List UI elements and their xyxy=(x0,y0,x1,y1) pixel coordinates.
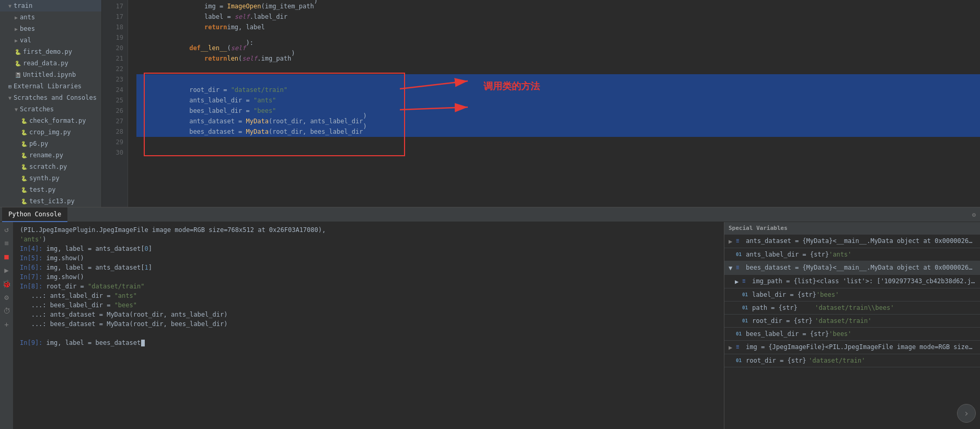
sidebar-item-val[interactable]: ▶ val xyxy=(0,34,101,46)
console-line: (PIL.JpegImagePlugin.JpegImageFile image… xyxy=(20,225,718,235)
sidebar-item-train[interactable]: ▼ train xyxy=(0,0,101,11)
console-settings-button[interactable]: ⚙ xyxy=(970,209,978,221)
file-icon: 🐍 xyxy=(21,187,27,193)
code-line xyxy=(136,137,980,147)
sidebar-item-untitled-ipynb[interactable]: 📓 Untitled.ipynb xyxy=(0,69,101,80)
var-row-bees-label-dir[interactable]: 01 bees_label_dir = {str} 'bees' xyxy=(724,328,980,341)
chevron-right-icon: ▶ xyxy=(15,26,18,32)
sidebar-item-label: synth.py xyxy=(29,175,60,182)
var-type-icon: ≡ xyxy=(736,262,744,273)
file-icon: 🐍 xyxy=(21,118,27,124)
console-line: ...: bees_label_dir = "bees" xyxy=(20,300,718,310)
sidebar-item-synth[interactable]: 🐍 synth.py xyxy=(0,172,101,184)
sidebar-item-label: read_data.py xyxy=(23,60,68,67)
console-toolbar: ↺ ≡ ■ ▶ 🐞 ⚙ ⏱ + xyxy=(0,222,14,429)
chevron-down-icon: ▼ xyxy=(8,95,11,101)
sidebar-item-label: rename.py xyxy=(29,152,63,159)
sidebar-item-first-demo[interactable]: 🐍 first_demo.py xyxy=(0,46,101,57)
list-button[interactable]: ≡ xyxy=(2,238,12,248)
var-row-label-dir[interactable]: 01 label_dir = {str} 'bees' xyxy=(724,288,980,302)
chevron-right-icon: ▶ xyxy=(15,38,18,43)
file-icon: 🐍 xyxy=(21,141,27,147)
rerun-button[interactable]: ↺ xyxy=(2,224,12,235)
file-icon: 🐍 xyxy=(21,153,27,158)
var-row-img-path[interactable]: ▶ ≡ img_path = {list} <class 'list'>: ['… xyxy=(724,275,980,288)
var-row-root-dir[interactable]: 01 root_dir = {str} 'dataset/train' xyxy=(724,354,980,367)
console-line: 'ants') xyxy=(20,235,718,244)
code-line: ants_dataset = MyData(root_dir, ants_lab… xyxy=(136,116,980,126)
sidebar-item-label: check_format.py xyxy=(29,117,86,124)
file-icon: 🐍 xyxy=(21,164,27,170)
variables-section-header: Special Variables xyxy=(724,222,980,235)
console-line: In[4]: img, label = ants_dataset[0] xyxy=(20,244,718,253)
sidebar-item-label: p6.py xyxy=(29,140,48,147)
add-button[interactable]: + xyxy=(2,319,12,330)
var-type-icon: 01 xyxy=(736,329,744,339)
var-type-icon: ≡ xyxy=(736,342,744,352)
console-output[interactable]: (PIL.JpegImagePlugin.JpegImageFile image… xyxy=(14,222,724,429)
sidebar-item-crop-img[interactable]: 🐍 crop_img.py xyxy=(0,126,101,138)
console-line xyxy=(20,329,718,338)
sidebar-item-bees[interactable]: ▶ bees xyxy=(0,23,101,34)
sidebar-item-read-data[interactable]: 🐍 read_data.py xyxy=(0,57,101,69)
debug-button[interactable]: 🐞 xyxy=(2,279,12,289)
sidebar-item-external-libs[interactable]: ⊞ External Libraries xyxy=(0,80,101,92)
console-cursor xyxy=(141,340,145,346)
editor-area: 17 17 18 19 20 21 22 23 24 25 26 27 28 2… xyxy=(102,0,980,207)
console-main: ↺ ≡ ■ ▶ 🐞 ⚙ ⏱ + (PIL.JpegImagePlugin.Jpe… xyxy=(0,222,980,429)
file-icon: 🐍 xyxy=(21,176,27,181)
code-line: return img, label xyxy=(136,22,980,32)
sidebar-item-label: train xyxy=(14,2,32,9)
var-type-icon: 01 xyxy=(736,249,744,260)
var-type-icon: ≡ xyxy=(736,236,744,246)
console-line: In[8]: root_dir = "dataset/train" xyxy=(20,282,718,291)
sidebar-item-test[interactable]: 🐍 test.py xyxy=(0,184,101,195)
expand-icon: ▶ xyxy=(735,276,742,287)
sidebar-item-label: val xyxy=(20,37,31,44)
var-row-img[interactable]: ▶ ≡ img = {JpegImageFile} <PIL.JpegImage… xyxy=(724,341,980,354)
var-row-ants-label-dir[interactable]: 01 ants_label_dir = {str} 'ants' xyxy=(724,248,980,261)
console-line: In[6]: img, label = ants_dataset[1] xyxy=(20,263,718,272)
history-button[interactable]: ⏱ xyxy=(2,306,12,316)
sidebar-item-label: first_demo.py xyxy=(23,48,72,55)
console-line: In[7]: img.show() xyxy=(20,272,718,282)
sidebar-item-p6[interactable]: 🐍 p6.py xyxy=(0,138,101,149)
expand-icon: ▶ xyxy=(729,342,736,353)
var-type-icon: 01 xyxy=(742,303,751,313)
sidebar-item-scratches-folder[interactable]: ▼ Scratches xyxy=(0,103,101,115)
var-row-bees-dataset[interactable]: ▼ ≡ bees_dataset = {MyData} <__main__.My… xyxy=(724,261,980,275)
var-type-icon: ≡ xyxy=(742,276,751,286)
sidebar-item-label: External Libraries xyxy=(14,83,82,90)
editor-content: 17 17 18 19 20 21 22 23 24 25 26 27 28 2… xyxy=(102,0,980,207)
sidebar-item-ants[interactable]: ▶ ants xyxy=(0,11,101,23)
var-row-ants-dataset[interactable]: ▶ ≡ ants_dataset = {MyData} <__main__.My… xyxy=(724,235,980,248)
tab-python-console[interactable]: Python Console xyxy=(2,207,67,222)
chevron-down-icon: ▼ xyxy=(8,3,11,9)
code-line: bees_dataset = MyData(root_dir, bees_lab… xyxy=(136,126,980,137)
sidebar-item-check-format[interactable]: 🐍 check_format.py xyxy=(0,115,101,126)
sidebar-item-test-ic13[interactable]: 🐍 test_ic13.py xyxy=(0,195,101,207)
code-lines: img = ImageOpen(img_item_path) label = s… xyxy=(128,0,980,207)
scroll-to-bottom-button[interactable]: › xyxy=(957,404,976,423)
code-line: def __len__(self): xyxy=(136,43,980,53)
var-row-path[interactable]: 01 path = {str} 'dataset/train\\bees' xyxy=(724,302,980,315)
stop-button[interactable]: ■ xyxy=(2,251,12,262)
console-line: In[5]: img.show() xyxy=(20,253,718,263)
libs-icon: ⊞ xyxy=(8,84,11,89)
console-line: ...: ants_label_dir = "ants" xyxy=(20,291,718,300)
sidebar-item-rename[interactable]: 🐍 rename.py xyxy=(0,149,101,161)
line-numbers: 17 17 18 19 20 21 22 23 24 25 26 27 28 2… xyxy=(102,0,128,207)
settings-button[interactable]: ⚙ xyxy=(2,292,12,303)
file-icon: 🐍 xyxy=(15,61,21,66)
file-icon: 🐍 xyxy=(21,199,27,204)
sidebar: ▼ train ▶ ants ▶ bees ▶ val 🐍 first_demo… xyxy=(0,0,102,207)
var-row-root-dir-nested[interactable]: 01 root_dir = {str} 'dataset/train' xyxy=(724,315,980,328)
bottom-area: Python Console ⚙ ↺ ≡ ■ ▶ 🐞 ⚙ ⏱ + (PIL.Jp… xyxy=(0,207,980,429)
sidebar-item-scratches-section[interactable]: ▼ Scratches and Consoles xyxy=(0,92,101,103)
run-button[interactable]: ▶ xyxy=(2,265,12,275)
file-icon: 🐍 xyxy=(15,49,21,55)
sidebar-item-scratch[interactable]: 🐍 scratch.py xyxy=(0,161,101,172)
expand-icon: ▶ xyxy=(729,236,736,247)
console-line: ...: bees_dataset = MyData(root_dir, bee… xyxy=(20,319,718,329)
sidebar-item-label: test_ic13.py xyxy=(29,198,75,205)
